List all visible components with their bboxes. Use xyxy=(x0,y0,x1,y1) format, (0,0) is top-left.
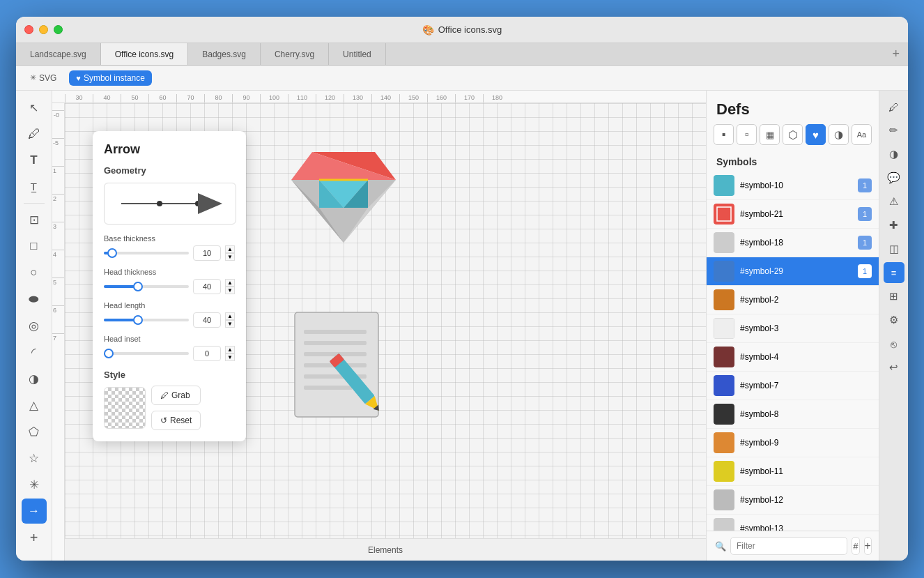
pen-tool[interactable]: 🖊 xyxy=(22,121,47,146)
symbol-thumb-8 xyxy=(714,404,734,425)
symbol-item-3[interactable]: #symbol-3 xyxy=(707,314,879,343)
star-tool[interactable]: ☆ xyxy=(22,446,47,471)
ellipse-tool[interactable]: ⬬ xyxy=(22,287,47,312)
tab-untitled[interactable]: Untitled xyxy=(329,43,386,65)
canvas-icon-4[interactable] xyxy=(288,305,399,431)
svg-rect-48 xyxy=(714,318,734,339)
rect-tool[interactable]: □ xyxy=(22,234,47,259)
symbol-item-13[interactable]: #symbol-13 xyxy=(707,515,879,531)
pentagon-tool[interactable]: ⬠ xyxy=(22,419,47,444)
hash-btn[interactable]: # xyxy=(852,537,860,555)
triangle-tool[interactable]: △ xyxy=(22,393,47,418)
half-circle-tool[interactable]: ◑ xyxy=(22,366,47,391)
undo-btn[interactable]: ↩ xyxy=(884,357,904,378)
head-length-down[interactable]: ▼ xyxy=(225,320,235,328)
circle-tool[interactable]: ○ xyxy=(22,260,47,285)
settings-btn[interactable]: ⚙ xyxy=(884,310,904,330)
symbol-item-29[interactable]: #symbol-29 1 xyxy=(707,257,879,286)
symbol-item-12[interactable]: #symbol-12 xyxy=(707,486,879,515)
arc-tool[interactable]: ◜ xyxy=(22,340,47,365)
head-thickness-up[interactable]: ▲ xyxy=(225,279,235,287)
symbol-item-10[interactable]: #symbol-10 1 xyxy=(707,172,879,200)
symbol-name-11: #symbol-11 xyxy=(740,466,872,476)
base-thickness-stepper[interactable]: ▲ ▼ xyxy=(225,245,235,261)
title-icon: 🎨 xyxy=(422,24,434,36)
tab-badges[interactable]: Badges.svg xyxy=(188,43,261,65)
arrow-tool[interactable]: → xyxy=(22,499,47,524)
main-layout: ↖ 🖊 T T̲ ⊡ □ ○ ⬬ ◎ ◜ ◑ △ ⬠ ☆ ✳ → + xyxy=(16,91,908,561)
circle-half-btn[interactable]: ◑ xyxy=(829,124,849,145)
svg-rect-30 xyxy=(304,352,367,356)
head-inset-slider[interactable] xyxy=(104,352,189,355)
symbol-item-18[interactable]: #symbol-18 1 xyxy=(707,229,879,257)
symbol-thumb-9 xyxy=(714,432,734,453)
canvas-area[interactable]: Arrow Geometry xyxy=(65,103,706,561)
head-length-up[interactable]: ▲ xyxy=(225,312,235,320)
filter-input[interactable] xyxy=(730,537,847,555)
head-length-slider[interactable] xyxy=(104,319,189,321)
layers-btn[interactable]: ◫ xyxy=(884,238,904,259)
ring-tool[interactable]: ◎ xyxy=(22,313,47,338)
pointer-tool[interactable]: ↖ xyxy=(22,95,47,120)
symbol-item-7[interactable]: #symbol-7 xyxy=(707,372,879,400)
symbol-item-8[interactable]: #symbol-8 xyxy=(707,400,879,429)
symbol-list[interactable]: #symbol-10 1 #symbol-21 1 xyxy=(707,172,879,531)
minimize-btn[interactable] xyxy=(39,25,48,34)
symbol-item-2[interactable]: #symbol-2 xyxy=(707,286,879,314)
caution-btn[interactable]: ⚠ xyxy=(884,191,904,212)
head-inset-down[interactable]: ▼ xyxy=(225,353,235,361)
multi-text-tool[interactable]: T̲ xyxy=(22,174,47,199)
panel-title: Arrow xyxy=(104,142,235,157)
base-thickness-slider[interactable] xyxy=(104,252,189,254)
list-btn[interactable]: ≡ xyxy=(884,262,904,283)
rect-stroke-btn[interactable]: ▫ xyxy=(737,124,757,145)
comment-btn[interactable]: 💬 xyxy=(884,167,904,188)
svg-mode-btn[interactable]: ✳ SVG xyxy=(23,70,63,86)
asterisk-tool[interactable]: ✳ xyxy=(22,472,47,497)
head-thickness-down[interactable]: ▼ xyxy=(225,287,235,294)
clip-btn[interactable]: ⬡ xyxy=(783,124,803,145)
add-symbol-btn[interactable]: + xyxy=(864,537,872,555)
crop-tool[interactable]: ⊡ xyxy=(22,207,47,232)
symbol-item-21[interactable]: #symbol-21 1 xyxy=(707,200,879,229)
tab-landscape[interactable]: Landscape.svg xyxy=(16,43,101,65)
symbol-item-4[interactable]: #symbol-4 xyxy=(707,343,879,372)
head-length-stepper[interactable]: ▲ ▼ xyxy=(225,312,235,328)
ruler-tick: 110 xyxy=(288,94,316,102)
symbol-name-9: #symbol-9 xyxy=(740,438,872,448)
text-tool[interactable]: T xyxy=(22,148,47,173)
heart-btn[interactable]: ♥ xyxy=(806,124,826,145)
tab-cherry[interactable]: Cherry.svg xyxy=(261,43,329,65)
add-tab-btn[interactable]: + xyxy=(884,43,908,65)
head-thickness-stepper[interactable]: ▲ ▼ xyxy=(225,279,235,294)
contrast-btn[interactable]: ◑ xyxy=(884,144,904,165)
head-thickness-value: 40 xyxy=(193,279,221,294)
symbol-instance-btn[interactable]: ♥ Symbol instance xyxy=(69,70,152,86)
svg-rect-47 xyxy=(714,289,734,310)
symbol-thumb-11 xyxy=(714,461,734,482)
symbol-item-11[interactable]: #symbol-11 xyxy=(707,457,879,486)
grid-btn[interactable]: ⊞ xyxy=(884,286,904,307)
close-btn[interactable] xyxy=(24,25,33,34)
canvas-icon-2[interactable] xyxy=(288,138,399,264)
hatch-btn[interactable]: ▦ xyxy=(760,124,780,145)
symbol-name-3: #symbol-3 xyxy=(740,324,872,333)
head-inset-stepper[interactable]: ▲ ▼ xyxy=(225,346,235,361)
eyedropper-btn[interactable]: 🖊 xyxy=(884,96,904,117)
grab-btn[interactable]: 🖊 Grab xyxy=(151,386,201,405)
external-btn[interactable]: ⎋ xyxy=(884,333,904,354)
head-length-row: Head length 40 xyxy=(104,301,235,328)
base-thickness-up[interactable]: ▲ xyxy=(225,245,235,253)
reset-btn[interactable]: ↺ Reset xyxy=(151,411,201,430)
base-thickness-down[interactable]: ▼ xyxy=(225,253,235,261)
text-aa-btn[interactable]: Aa xyxy=(852,124,872,145)
plus-tool[interactable]: + xyxy=(22,525,47,550)
head-thickness-slider[interactable] xyxy=(104,285,189,288)
crosshair-btn[interactable]: ✚ xyxy=(884,215,904,236)
pen-edit-btn[interactable]: ✏ xyxy=(884,120,904,141)
rect-fill-btn[interactable]: ▪ xyxy=(714,124,734,145)
fullscreen-btn[interactable] xyxy=(54,25,63,34)
tab-office[interactable]: Office icons.svg xyxy=(101,43,188,65)
head-inset-up[interactable]: ▲ xyxy=(225,346,235,353)
symbol-item-9[interactable]: #symbol-9 xyxy=(707,429,879,457)
